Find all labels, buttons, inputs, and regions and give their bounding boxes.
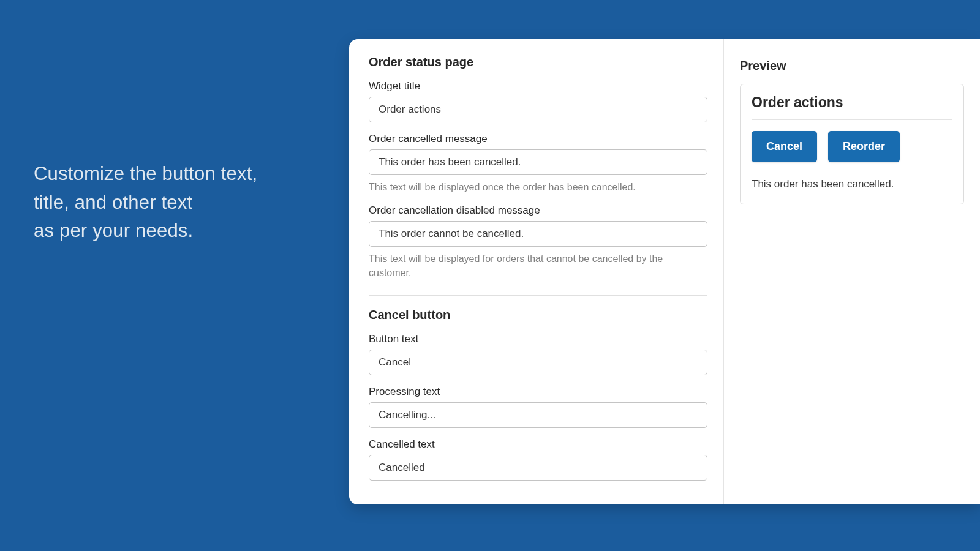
disabled-message-label: Order cancellation disabled message [369, 204, 707, 217]
reorder-button[interactable]: Reorder [828, 131, 900, 162]
hero-line-2: title, and other text [34, 189, 257, 217]
preview-cancelled-message: This order has been cancelled. [752, 178, 952, 190]
field-button-text: Button text [369, 333, 707, 375]
field-widget-title: Widget title [369, 80, 707, 122]
section-order-status-heading: Order status page [369, 55, 707, 69]
widget-title-input[interactable] [369, 97, 707, 122]
processing-text-input[interactable] [369, 402, 707, 428]
preview-title: Order actions [752, 94, 952, 120]
field-disabled-message: Order cancellation disabled message This… [369, 204, 707, 280]
cancelled-message-label: Order cancelled message [369, 133, 707, 145]
preview-box: Order actions Cancel Reorder This order … [740, 84, 964, 204]
processing-text-label: Processing text [369, 386, 707, 398]
preview-panel: Preview Order actions Cancel Reorder Thi… [724, 39, 980, 504]
cancelled-message-help: This text will be displayed once the ord… [369, 180, 707, 194]
cancel-button[interactable]: Cancel [752, 131, 817, 162]
preview-buttons: Cancel Reorder [752, 131, 952, 162]
field-processing-text: Processing text [369, 386, 707, 428]
button-text-label: Button text [369, 333, 707, 345]
button-text-input[interactable] [369, 350, 707, 375]
field-cancelled-text: Cancelled text [369, 438, 707, 481]
cancelled-message-input[interactable] [369, 149, 707, 175]
widget-title-label: Widget title [369, 80, 707, 92]
cancelled-text-label: Cancelled text [369, 438, 707, 451]
settings-card: Order status page Widget title Order can… [349, 39, 980, 504]
form-panel: Order status page Widget title Order can… [349, 39, 724, 504]
hero-line-1: Customize the button text, [34, 160, 257, 189]
hero-line-3: as per your needs. [34, 217, 257, 246]
disabled-message-input[interactable] [369, 221, 707, 247]
preview-heading: Preview [740, 59, 964, 73]
disabled-message-help: This text will be displayed for orders t… [369, 252, 707, 280]
section-cancel-button-heading: Cancel button [369, 308, 707, 322]
cancelled-text-input[interactable] [369, 455, 707, 481]
field-cancelled-message: Order cancelled message This text will b… [369, 133, 707, 194]
section-divider [369, 295, 707, 296]
hero-text: Customize the button text, title, and ot… [34, 160, 257, 246]
